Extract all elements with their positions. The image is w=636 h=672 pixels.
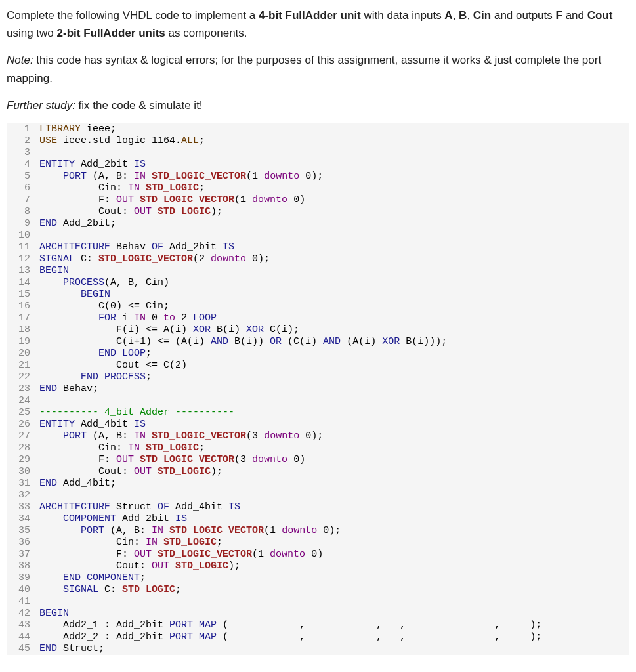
code-token bbox=[39, 371, 81, 383]
code-token: downto bbox=[282, 525, 317, 536]
prompt-paragraph-2: Note: this code has syntax & logical err… bbox=[7, 51, 629, 87]
code-token bbox=[140, 442, 146, 453]
code-line: 3 bbox=[7, 147, 629, 159]
code-token: SIGNAL bbox=[63, 584, 98, 595]
code-text: SIGNAL C: STD_LOGIC; bbox=[39, 584, 629, 596]
bold: A bbox=[444, 9, 452, 22]
code-token: F(i) <= A(i) bbox=[39, 324, 193, 335]
code-token: C: bbox=[75, 253, 98, 264]
code-line: 19 C(i+1) <= (A(i) AND B(i)) OR (C(i) AN… bbox=[7, 336, 629, 348]
line-number: 9 bbox=[7, 218, 39, 230]
code-text: Cin: IN STD_LOGIC; bbox=[39, 442, 629, 454]
code-token: Cout: bbox=[39, 206, 134, 217]
line-number: 6 bbox=[7, 182, 39, 194]
code-text: END Add_2bit; bbox=[39, 218, 629, 230]
code-token: ARCHITECTURE bbox=[39, 242, 110, 253]
line-number: 18 bbox=[7, 324, 39, 336]
code-token bbox=[140, 182, 146, 194]
code-token: OUT bbox=[152, 560, 169, 572]
code-token: Add_2bit; bbox=[57, 218, 116, 229]
code-token: END bbox=[39, 218, 57, 229]
code-token: downto bbox=[264, 171, 299, 182]
code-token: STD_LOGIC_VECTOR bbox=[158, 549, 252, 560]
code-line: 30 Cout: OUT STD_LOGIC); bbox=[7, 466, 629, 478]
code-token: 0) bbox=[287, 194, 305, 205]
code-token bbox=[39, 513, 63, 524]
code-token: IS bbox=[175, 513, 187, 524]
code-token: (A, B, Cin) bbox=[104, 277, 169, 288]
text: using two bbox=[7, 27, 57, 39]
line-number: 19 bbox=[7, 336, 39, 348]
code-token: ( , , , , ); bbox=[217, 631, 541, 642]
code-text: BEGIN bbox=[39, 265, 629, 277]
code-text: FOR i IN 0 to 2 LOOP bbox=[39, 312, 629, 324]
code-token bbox=[39, 572, 63, 583]
code-token bbox=[39, 171, 63, 182]
code-token: BEGIN bbox=[39, 265, 69, 276]
code-token: OF bbox=[152, 242, 163, 253]
line-number: 33 bbox=[7, 501, 39, 513]
code-token: ---------- 4_bit Adder ---------- bbox=[39, 407, 234, 418]
line-number: 1 bbox=[7, 123, 39, 135]
code-token: Add_2bit bbox=[75, 159, 134, 170]
code-token: AND bbox=[211, 336, 228, 347]
code-line: 42BEGIN bbox=[7, 608, 629, 620]
code-line: 11ARCHITECTURE Behav OF Add_2bit IS bbox=[7, 242, 629, 253]
code-token bbox=[169, 560, 175, 572]
code-token: (A, B: bbox=[87, 430, 134, 442]
code-line: 24 bbox=[7, 395, 629, 407]
code-token: Cin: bbox=[39, 442, 128, 453]
code-text: SIGNAL C: STD_LOGIC_VECTOR(2 downto 0); bbox=[39, 253, 629, 265]
code-token: STD_LOGIC bbox=[146, 182, 199, 194]
code-line: 29 F: OUT STD_LOGIC_VECTOR(3 downto 0) bbox=[7, 454, 629, 466]
code-token: OUT bbox=[134, 206, 152, 217]
line-number: 37 bbox=[7, 549, 39, 560]
code-token: ; bbox=[199, 442, 205, 453]
line-number: 15 bbox=[7, 289, 39, 301]
code-token: ; bbox=[146, 371, 152, 383]
code-token: F: bbox=[39, 454, 116, 465]
code-line: 4ENTITY Add_2bit IS bbox=[7, 159, 629, 171]
code-text: F: OUT STD_LOGIC_VECTOR(3 downto 0) bbox=[39, 454, 629, 466]
code-token: ENTITY bbox=[39, 159, 75, 170]
code-token: LOOP bbox=[193, 312, 217, 324]
code-token: BEGIN bbox=[39, 608, 69, 619]
code-token: ; bbox=[217, 537, 223, 548]
code-token: IN bbox=[134, 430, 146, 442]
line-number: 28 bbox=[7, 442, 39, 454]
code-token: PORT bbox=[63, 171, 87, 182]
code-token: Add_2bit bbox=[163, 242, 223, 253]
bold: 2-bit FullAdder units bbox=[57, 27, 165, 39]
line-number: 39 bbox=[7, 572, 39, 584]
line-number: 17 bbox=[7, 312, 39, 324]
code-token: C(i+1) <= (A(i) bbox=[39, 336, 211, 347]
line-number: 38 bbox=[7, 560, 39, 572]
code-token: ; bbox=[140, 572, 146, 583]
text: Complete the following VHDL code to impl… bbox=[7, 9, 259, 22]
code-line: 36 Cin: IN STD_LOGIC; bbox=[7, 537, 629, 549]
code-token: B(i) bbox=[211, 324, 246, 335]
code-token: Cout <= C(2) bbox=[39, 360, 187, 371]
code-token: STD_LOGIC_VECTOR bbox=[152, 171, 246, 182]
code-token: Cin: bbox=[39, 182, 128, 194]
line-number: 42 bbox=[7, 608, 39, 620]
code-line: 20 END LOOP; bbox=[7, 348, 629, 360]
code-token: XOR bbox=[382, 336, 400, 347]
code-token bbox=[39, 277, 63, 288]
code-token: OUT bbox=[134, 466, 152, 477]
code-text: Cout: OUT STD_LOGIC); bbox=[39, 206, 629, 218]
code-token: OUT bbox=[134, 549, 152, 560]
code-token: 0); bbox=[246, 253, 270, 264]
code-token: 0); bbox=[317, 525, 341, 536]
code-token bbox=[163, 525, 169, 536]
code-token: OF bbox=[158, 501, 169, 513]
code-token bbox=[39, 348, 98, 359]
code-token: 0); bbox=[299, 430, 323, 442]
line-number: 25 bbox=[7, 407, 39, 419]
line-number: 20 bbox=[7, 348, 39, 360]
code-token: Cin: bbox=[39, 537, 146, 548]
code-token: C(0) <= Cin; bbox=[39, 301, 169, 312]
text: , bbox=[467, 9, 473, 22]
code-line: 1LIBRARY ieee; bbox=[7, 123, 629, 135]
line-number: 16 bbox=[7, 301, 39, 312]
